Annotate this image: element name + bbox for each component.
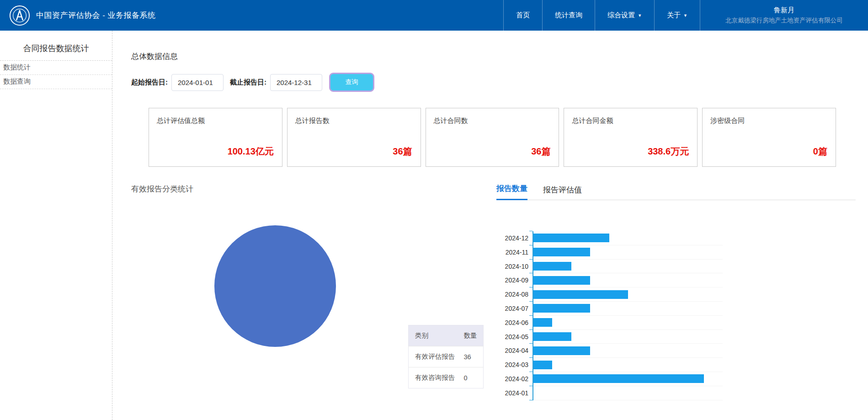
user-info[interactable]: 鲁新月 北京戴德梁行房地产土地资产评估有限公司 (700, 0, 868, 31)
table-cell-category: 有效评估报告 (409, 346, 458, 367)
bar-row (533, 287, 723, 302)
bar-category-label: 2024-04 (501, 344, 533, 358)
tab-report-value[interactable]: 报告评估值 (543, 185, 582, 200)
association-logo-icon (9, 5, 30, 26)
table-row: 有效咨询报告0 (409, 367, 484, 388)
bar-chart-plot (533, 231, 723, 400)
bar-row (533, 358, 723, 372)
nav-item-label: 综合设置 (607, 11, 635, 20)
bar (533, 290, 628, 299)
bar-row (533, 231, 723, 245)
bar-chart-axis-labels: 2024-122024-112024-102024-092024-082024-… (501, 231, 533, 400)
stat-card-title: 总计评估值总额 (157, 117, 205, 125)
bar-category-label: 2024-03 (501, 358, 533, 372)
bar (533, 304, 590, 313)
bar (533, 248, 590, 256)
bar (533, 361, 552, 369)
tab-report-count[interactable]: 报告数量 (496, 183, 527, 200)
date-filter-row: 起始报告日: 截止报告日: 查询 (131, 73, 374, 92)
bar (533, 234, 609, 242)
bar-chart: 2024-122024-112024-102024-092024-082024-… (501, 231, 723, 400)
bar-row (533, 386, 723, 400)
user-name: 鲁新月 (774, 6, 794, 15)
bar-row (533, 330, 723, 344)
end-date-label: 截止报告日: (230, 78, 266, 87)
stat-card-title: 涉密级合同 (710, 117, 745, 125)
bar-category-label: 2024-12 (501, 231, 533, 245)
bar (533, 346, 590, 355)
bar-category-label: 2024-01 (501, 386, 533, 400)
nav-item-label: 统计查询 (555, 11, 582, 20)
table-header-category: 类别 (409, 325, 458, 346)
stat-card: 总计评估值总额100.13亿元 (149, 108, 282, 167)
table-cell-category: 有效咨询报告 (409, 367, 458, 388)
query-button[interactable]: 查询 (329, 73, 374, 92)
app-title: 中国资产评估协会 - 业务报备系统 (36, 10, 156, 21)
stat-card-value: 100.13亿元 (228, 145, 274, 158)
bar-row (533, 344, 723, 358)
stat-card-value: 36篇 (393, 145, 412, 158)
stat-card-value: 0篇 (813, 145, 827, 158)
bar (533, 332, 571, 341)
sidebar-menu: 数据统计 数据查询 (0, 60, 112, 89)
nav-menu: 首页统计查询综合设置▼关于▼ (503, 0, 700, 31)
top-navbar: 中国资产评估协会 - 业务报备系统 首页统计查询综合设置▼关于▼ 鲁新月 北京戴… (0, 0, 868, 31)
table-header-row: 类别 数量 (409, 325, 484, 346)
start-date-input[interactable] (171, 74, 224, 91)
chart-tabs: 报告数量 报告评估值 (496, 181, 856, 200)
nav-item-label: 首页 (516, 11, 530, 20)
bar (533, 262, 571, 271)
table-cell-count: 36 (458, 346, 484, 367)
stat-card-title: 总计报告数 (295, 117, 330, 125)
sidebar: 合同报告数据统计 数据统计 数据查询 (0, 31, 112, 420)
nav-item-settings[interactable]: 综合设置▼ (595, 0, 654, 31)
table-row: 有效评估报告36 (409, 346, 484, 367)
bar-category-label: 2024-09 (501, 273, 533, 287)
bar-row (533, 302, 723, 316)
pie-chart-title: 有效报告分类统计 (131, 184, 193, 194)
stat-card-title: 总计合同金额 (572, 117, 613, 125)
stat-card-value: 338.6万元 (648, 145, 689, 158)
bar-category-label: 2024-11 (501, 245, 533, 260)
start-date-label: 起始报告日: (131, 78, 168, 87)
sidebar-title: 合同报告数据统计 (0, 43, 112, 54)
stat-card: 涉密级合同0篇 (702, 108, 836, 167)
sidebar-item-data-query[interactable]: 数据查询 (0, 75, 112, 89)
stat-card: 总计合同数36篇 (426, 108, 559, 167)
stat-cards-row: 总计评估值总额100.13亿元总计报告数36篇总计合同数36篇总计合同金额338… (149, 108, 836, 167)
bar (533, 374, 704, 383)
nav-item-stats-query[interactable]: 统计查询 (542, 0, 595, 31)
bar-row (533, 245, 723, 260)
nav-item-home[interactable]: 首页 (503, 0, 542, 31)
bar-row (533, 316, 723, 330)
table-header-count: 数量 (458, 325, 484, 346)
pie-legend-table: 类别 数量 有效评估报告36有效咨询报告0 (408, 325, 484, 388)
bar-row (533, 273, 723, 287)
bar-category-label: 2024-08 (501, 287, 533, 302)
bar (533, 276, 590, 285)
sidebar-item-data-statistics[interactable]: 数据统计 (0, 61, 112, 75)
stat-card: 总计报告数36篇 (287, 108, 421, 167)
bar-category-label: 2024-06 (501, 316, 533, 330)
table-cell-count: 0 (458, 367, 484, 388)
bar-category-label: 2024-10 (501, 260, 533, 274)
bar-row (533, 372, 723, 386)
pie-chart (214, 225, 336, 347)
end-date-input[interactable] (270, 74, 322, 91)
chevron-down-icon: ▼ (683, 14, 687, 18)
bar (533, 318, 552, 327)
section-title: 总体数据信息 (131, 51, 178, 62)
bar-category-label: 2024-05 (501, 330, 533, 344)
nav-item-label: 关于 (667, 11, 681, 20)
app-root: 中国资产评估协会 - 业务报备系统 首页统计查询综合设置▼关于▼ 鲁新月 北京戴… (0, 0, 868, 420)
stat-card-value: 36篇 (531, 145, 550, 158)
user-company: 北京戴德梁行房地产土地资产评估有限公司 (725, 16, 843, 25)
bar-category-label: 2024-02 (501, 372, 533, 386)
stat-card-title: 总计合同数 (434, 117, 468, 125)
stat-card: 总计合同金额338.6万元 (564, 108, 698, 167)
bar-category-label: 2024-07 (501, 302, 533, 316)
nav-item-about[interactable]: 关于▼ (654, 0, 700, 31)
chevron-down-icon: ▼ (638, 14, 642, 18)
bar-row (533, 260, 723, 274)
